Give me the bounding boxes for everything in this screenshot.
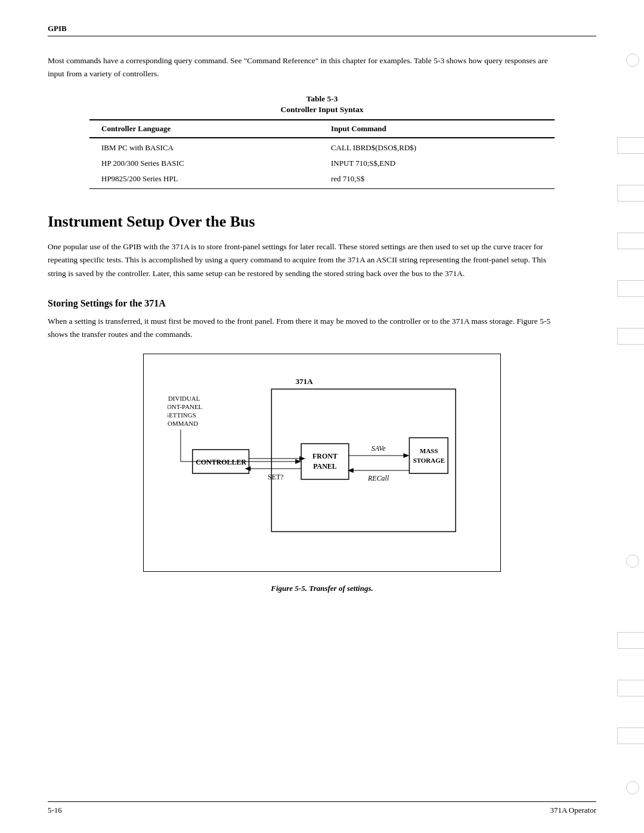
svg-text:PANEL: PANEL	[313, 462, 337, 470]
margin-notch-6	[617, 632, 644, 649]
page-footer: 5-16 371A Operator	[48, 801, 596, 815]
input-syntax-table: Controller Language Input Command IBM PC…	[89, 119, 555, 189]
table-subtitle: Controller Input Syntax	[48, 105, 596, 114]
svg-text:CONTROLLER: CONTROLLER	[196, 457, 246, 466]
svg-text:SET?: SET?	[268, 472, 284, 481]
svg-text:SAVe: SAVe	[371, 444, 386, 453]
margin-notch-7	[617, 680, 644, 696]
margin-notch-3	[617, 233, 644, 249]
table-cell-input-cmd: red 710,S$	[319, 171, 555, 189]
svg-text:FRONT: FRONT	[312, 452, 338, 460]
section-label: GPIB	[48, 24, 67, 33]
table-row: IBM PC with BASICACALL IBRD$(DSO$,RD$)	[89, 138, 555, 156]
svg-text:INDIVIDUAL: INDIVIDUAL	[168, 395, 200, 402]
subsection1-heading: Storing Settings for the 371A	[48, 298, 596, 309]
table-row: HP9825/200 Series HPLred 710,S$	[89, 171, 555, 189]
col1-header: Controller Language	[89, 120, 319, 138]
subsection1-body: When a setting is transferred, it must f…	[48, 315, 561, 342]
margin-notch-8	[617, 727, 644, 744]
margin-notch-4	[617, 280, 644, 297]
document-name: 371A Operator	[550, 806, 596, 815]
section1-body: One popular use of the GPIB with the 371…	[48, 240, 561, 280]
right-margin	[611, 0, 644, 833]
diagram-svg: 371A INDIVIDUAL FRONT-PANEL SETTINGS COM…	[168, 372, 476, 551]
col2-header: Input Command	[319, 120, 555, 138]
intro-paragraph: Most commands have a corresponding query…	[48, 54, 561, 80]
svg-marker-13	[403, 453, 409, 458]
table-cell-controller-lang: HP 200/300 Series BASIC	[89, 156, 319, 171]
margin-notch-1	[617, 137, 644, 154]
margin-circle-3	[626, 781, 639, 794]
margin-notch-2	[617, 185, 644, 202]
svg-text:FRONT-PANEL: FRONT-PANEL	[168, 403, 203, 410]
table-cell-controller-lang: IBM PC with BASICA	[89, 138, 319, 156]
svg-text:COMMAND: COMMAND	[168, 420, 198, 427]
svg-marker-26	[245, 466, 251, 470]
margin-circle-2	[626, 555, 639, 568]
table-cell-input-cmd: CALL IBRD$(DSO$,RD$)	[319, 138, 555, 156]
svg-text:SETTINGS: SETTINGS	[168, 411, 196, 419]
table-row: HP 200/300 Series BASICINPUT 710;S$,END	[89, 156, 555, 171]
svg-marker-24	[299, 456, 305, 461]
page-header: GPIB	[48, 24, 596, 36]
table-section: Table 5-3 Controller Input Syntax Contro…	[48, 94, 596, 189]
section1-heading: Instrument Setup Over the Bus	[48, 213, 596, 231]
margin-notch-5	[617, 328, 644, 345]
table-title: Table 5-3	[48, 94, 596, 104]
svg-rect-15	[409, 438, 448, 473]
table-cell-input-cmd: INPUT 710;S$,END	[319, 156, 555, 171]
figure-caption: Figure 5-5. Transfer of settings.	[48, 584, 596, 593]
svg-text:MASS: MASS	[420, 447, 438, 454]
page-number: 5-16	[48, 806, 62, 815]
svg-text:STORAGE: STORAGE	[413, 457, 445, 464]
table-cell-controller-lang: HP9825/200 Series HPL	[89, 171, 319, 189]
svg-text:371A: 371A	[296, 377, 313, 386]
diagram-container: 371A INDIVIDUAL FRONT-PANEL SETTINGS COM…	[143, 354, 501, 572]
margin-circle-1	[626, 54, 639, 67]
page: GPIB Most commands have a corresponding …	[0, 0, 644, 833]
svg-text:RECall: RECall	[367, 473, 389, 482]
